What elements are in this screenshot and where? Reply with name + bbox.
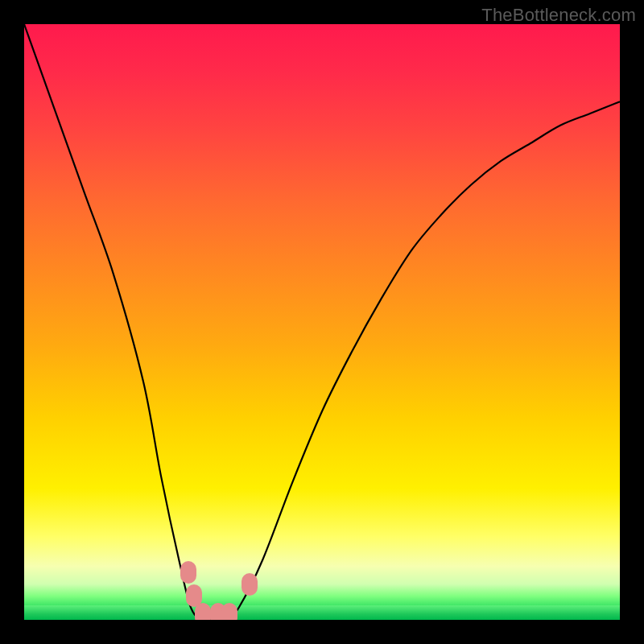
bottleneck-curve bbox=[24, 24, 620, 620]
min-left-drop bbox=[180, 561, 196, 584]
min-right-rise bbox=[242, 573, 258, 596]
min-floor-l bbox=[195, 603, 211, 620]
plot-area bbox=[24, 24, 620, 620]
watermark-text: TheBottleneck.com bbox=[481, 5, 636, 26]
chart-frame: TheBottleneck.com bbox=[0, 0, 644, 644]
min-floor-r bbox=[221, 603, 237, 620]
